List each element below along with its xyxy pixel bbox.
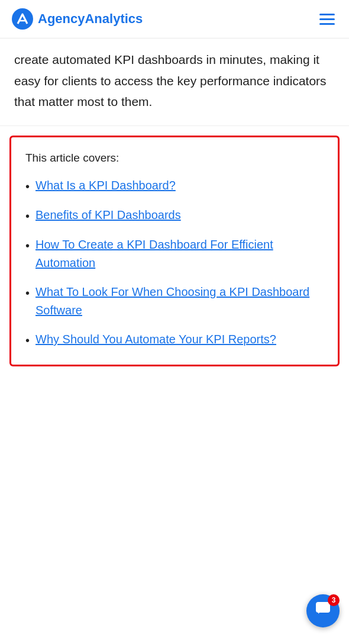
chat-button[interactable]: 3 bbox=[306, 594, 340, 627]
intro-text: create automated KPI dashboards in minut… bbox=[0, 38, 349, 126]
hamburger-bar-2 bbox=[319, 18, 335, 20]
bullet-icon: • bbox=[25, 237, 30, 255]
list-item: • Why Should You Automate Your KPI Repor… bbox=[25, 330, 324, 349]
site-header: AgencyAnalytics bbox=[0, 0, 349, 38]
toc-list: • What Is a KPI Dashboard? • Benefits of… bbox=[25, 176, 324, 349]
logo-text-bold: Analytics bbox=[85, 11, 143, 26]
bullet-icon: • bbox=[25, 331, 30, 349]
hamburger-bar-3 bbox=[319, 23, 335, 25]
hamburger-bar-1 bbox=[319, 14, 335, 15]
bullet-icon: • bbox=[25, 284, 30, 302]
svg-rect-1 bbox=[316, 602, 330, 613]
list-item: • Benefits of KPI Dashboards bbox=[25, 206, 324, 225]
logo-icon bbox=[12, 8, 33, 30]
toc-link-1[interactable]: What Is a KPI Dashboard? bbox=[35, 176, 176, 195]
svg-point-0 bbox=[12, 8, 33, 30]
list-item: • What Is a KPI Dashboard? bbox=[25, 176, 324, 195]
toc-link-5[interactable]: Why Should You Automate Your KPI Reports… bbox=[35, 330, 276, 349]
logo-text-regular: Agency bbox=[38, 11, 85, 26]
logo-text: AgencyAnalytics bbox=[38, 11, 143, 27]
table-of-contents-box: This article covers: • What Is a KPI Das… bbox=[9, 136, 340, 366]
hamburger-menu-button[interactable] bbox=[317, 11, 337, 27]
list-item: • What To Look For When Choosing a KPI D… bbox=[25, 283, 324, 320]
toc-title: This article covers: bbox=[25, 152, 324, 165]
intro-paragraph: create automated KPI dashboards in minut… bbox=[14, 53, 327, 108]
toc-link-3[interactable]: How To Create a KPI Dashboard For Effici… bbox=[35, 236, 324, 272]
toc-link-2[interactable]: Benefits of KPI Dashboards bbox=[35, 206, 181, 224]
toc-link-4[interactable]: What To Look For When Choosing a KPI Das… bbox=[35, 283, 324, 320]
chat-badge: 3 bbox=[328, 594, 340, 606]
bullet-icon: • bbox=[25, 178, 30, 195]
bullet-icon: • bbox=[25, 207, 30, 225]
list-item: • How To Create a KPI Dashboard For Effi… bbox=[25, 236, 324, 272]
logo[interactable]: AgencyAnalytics bbox=[12, 8, 143, 30]
